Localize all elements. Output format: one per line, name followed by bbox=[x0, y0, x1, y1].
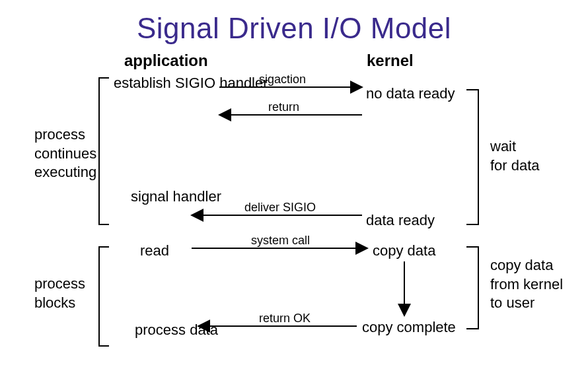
note-process-continues: process continues executing bbox=[34, 125, 96, 182]
label-read: read bbox=[140, 242, 169, 260]
label-data-ready: data ready bbox=[366, 211, 435, 230]
arrow-label-system-call: system call bbox=[251, 234, 310, 248]
diagram-title: Signal Driven I/O Model bbox=[0, 12, 588, 45]
label-copy-data: copy data bbox=[373, 242, 435, 260]
header-kernel: kernel bbox=[367, 51, 414, 70]
label-establish-sigio: establish SIGIO handler bbox=[114, 74, 268, 92]
arrow-label-return: return bbox=[268, 100, 299, 114]
note-copy-to-user: copy data from kernel to user bbox=[490, 256, 563, 313]
label-no-data-ready: no data ready bbox=[366, 85, 455, 103]
label-copy-complete: copy complete bbox=[362, 318, 456, 337]
header-application: application bbox=[124, 51, 208, 70]
arrow-label-sigaction: sigaction bbox=[259, 73, 306, 86]
note-wait-for-data: wait for data bbox=[490, 137, 540, 175]
arrow-label-deliver-sigio: deliver SIGIO bbox=[244, 201, 316, 215]
label-process-data: process data bbox=[135, 321, 218, 339]
arrow-label-return-ok: return OK bbox=[259, 312, 311, 325]
note-process-blocks: process blocks bbox=[34, 275, 85, 312]
label-signal-handler: signal handler bbox=[131, 187, 221, 206]
